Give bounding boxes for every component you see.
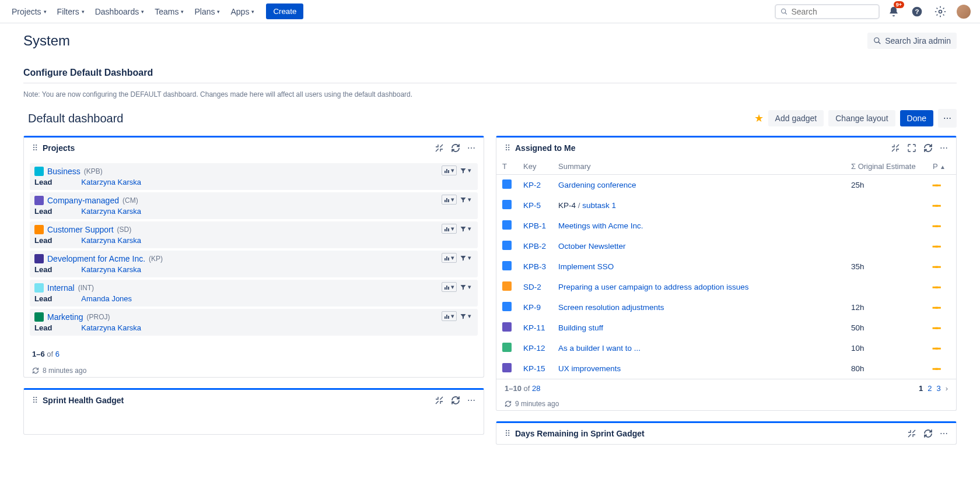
refresh-icon[interactable] — [923, 143, 933, 153]
maximize-icon[interactable] — [907, 143, 916, 153]
issue-key-link[interactable]: KP-5 — [523, 201, 541, 210]
next-page-icon[interactable]: › — [946, 384, 948, 393]
lead-link[interactable]: Katarzyna Karska — [81, 236, 141, 245]
chart-dropdown-button[interactable]: ▾ — [442, 282, 457, 292]
chart-dropdown-button[interactable]: ▾ — [442, 253, 457, 263]
th-summary[interactable]: Summary — [552, 159, 845, 175]
lead-link[interactable]: Katarzyna Karska — [81, 323, 141, 332]
refresh-icon[interactable] — [923, 429, 933, 438]
nav-item-projects[interactable]: Projects▾ — [7, 3, 51, 20]
page-1[interactable]: 1 — [919, 384, 923, 393]
drag-handle-icon[interactable]: ⠿ — [505, 429, 510, 438]
drag-handle-icon[interactable]: ⠿ — [32, 143, 38, 153]
th-priority[interactable]: P ▲ — [927, 159, 956, 175]
issue-key-link[interactable]: KPB-1 — [523, 221, 546, 230]
chart-dropdown-button[interactable]: ▾ — [442, 311, 457, 321]
estimate-cell: 25h — [845, 175, 927, 196]
issue-summary-link[interactable]: Implement SSO — [558, 262, 614, 271]
filter-dropdown-button[interactable]: ▾ — [458, 283, 473, 291]
more-button[interactable]: ⋯ — [938, 109, 957, 128]
lead-link[interactable]: Katarzyna Karska — [81, 207, 141, 216]
nav-item-filters[interactable]: Filters▾ — [52, 3, 89, 20]
project-link[interactable]: Business — [47, 167, 80, 176]
star-icon[interactable]: ★ — [754, 112, 764, 125]
search-box[interactable] — [775, 4, 880, 19]
estimate-cell — [845, 236, 927, 256]
nav-item-teams[interactable]: Teams▾ — [150, 3, 188, 20]
svg-rect-21 — [448, 287, 449, 290]
project-icon — [34, 196, 44, 205]
assigned-table: T Key Summary Σ Original Estimate P ▲ KP… — [496, 159, 956, 379]
refresh-icon[interactable] — [451, 396, 460, 405]
issue-key-link[interactable]: KP-15 — [523, 364, 545, 373]
minimize-icon[interactable] — [435, 143, 444, 153]
issue-summary-link[interactable]: Gardening conference — [558, 181, 636, 189]
issue-key-link[interactable]: KPB-3 — [523, 262, 546, 271]
project-link[interactable]: Customer Support — [47, 225, 114, 234]
th-estimate[interactable]: Σ Original Estimate — [845, 159, 927, 175]
issue-key-link[interactable]: KPB-2 — [523, 242, 546, 251]
issue-key-link[interactable]: KP-11 — [523, 323, 545, 332]
issue-key-link[interactable]: SD-2 — [523, 283, 541, 291]
filter-dropdown-button[interactable]: ▾ — [458, 312, 473, 320]
settings-button[interactable] — [931, 2, 950, 21]
issue-summary-link[interactable]: UX improvements — [558, 364, 621, 373]
filter-dropdown-button[interactable]: ▾ — [458, 166, 473, 175]
issue-key-link[interactable]: KP-9 — [523, 303, 541, 312]
change-layout-button[interactable]: Change layout — [828, 110, 895, 126]
lead-link[interactable]: Katarzyna Karska — [81, 178, 141, 186]
issue-key-link[interactable]: KP-2 — [523, 181, 541, 189]
issue-summary-link[interactable]: As a builder I want to ... — [558, 344, 640, 353]
project-link[interactable]: Development for Acme Inc. — [47, 254, 145, 263]
chart-dropdown-button[interactable]: ▾ — [442, 165, 457, 175]
issue-summary-link[interactable]: Building stuff — [558, 323, 603, 332]
gadget-more-icon[interactable]: ⋯ — [467, 396, 475, 405]
nav-item-apps[interactable]: Apps▾ — [226, 3, 259, 20]
chart-dropdown-button[interactable]: ▾ — [442, 224, 457, 234]
nav-item-dashboards[interactable]: Dashboards▾ — [90, 3, 149, 20]
th-type[interactable]: T — [496, 159, 517, 175]
refresh-icon — [505, 400, 512, 407]
minimize-icon[interactable] — [435, 396, 444, 405]
search-jira-admin-button[interactable]: Search Jira admin — [867, 33, 957, 49]
minimize-icon[interactable] — [907, 429, 916, 438]
notifications-button[interactable]: 9+ — [884, 2, 903, 21]
issue-summary-link[interactable]: Meetings with Acme Inc. — [558, 221, 643, 230]
issue-summary-link[interactable]: subtask 1 — [582, 201, 616, 210]
svg-rect-24 — [448, 316, 449, 319]
project-link[interactable]: Internal — [47, 283, 75, 293]
page-2[interactable]: 2 — [928, 384, 932, 393]
filter-dropdown-button[interactable]: ▾ — [458, 253, 473, 262]
gadget-more-icon[interactable]: ⋯ — [940, 429, 948, 438]
th-key[interactable]: Key — [517, 159, 552, 175]
project-link[interactable]: Company-managed — [47, 196, 119, 205]
refresh-icon[interactable] — [451, 143, 460, 153]
drag-handle-icon[interactable]: ⠿ — [505, 143, 510, 153]
drag-handle-icon[interactable]: ⠿ — [32, 396, 38, 405]
minimize-icon[interactable] — [891, 143, 900, 153]
profile-button[interactable] — [954, 2, 973, 21]
create-button[interactable]: Create — [266, 3, 303, 19]
lead-link[interactable]: Katarzyna Karska — [81, 265, 141, 274]
project-link[interactable]: Marketing — [47, 312, 83, 322]
lead-link[interactable]: Amanda Jones — [81, 294, 132, 303]
nav-item-plans[interactable]: Plans▾ — [190, 3, 225, 20]
gadget-more-icon[interactable]: ⋯ — [940, 143, 948, 153]
project-icon — [34, 225, 44, 234]
search-input[interactable] — [791, 7, 874, 16]
issue-summary-link[interactable]: Preparing a user campaign to address ado… — [558, 283, 748, 291]
chart-dropdown-button[interactable]: ▾ — [442, 195, 457, 205]
done-button[interactable]: Done — [900, 110, 933, 126]
pager-total-link[interactable]: 28 — [532, 384, 540, 393]
issue-summary-link[interactable]: Screen resolution adjustments — [558, 303, 664, 312]
gadget-more-icon[interactable]: ⋯ — [467, 143, 475, 153]
help-button[interactable]: ? — [908, 2, 926, 21]
projects-gadget-title: Projects — [43, 143, 75, 153]
pager-total-link[interactable]: 6 — [55, 350, 60, 358]
issue-summary-link[interactable]: October Newsletter — [558, 242, 626, 251]
add-gadget-button[interactable]: Add gadget — [768, 110, 824, 126]
issue-key-link[interactable]: KP-12 — [523, 344, 545, 353]
filter-dropdown-button[interactable]: ▾ — [458, 195, 473, 204]
filter-dropdown-button[interactable]: ▾ — [458, 224, 473, 233]
page-3[interactable]: 3 — [936, 384, 940, 393]
